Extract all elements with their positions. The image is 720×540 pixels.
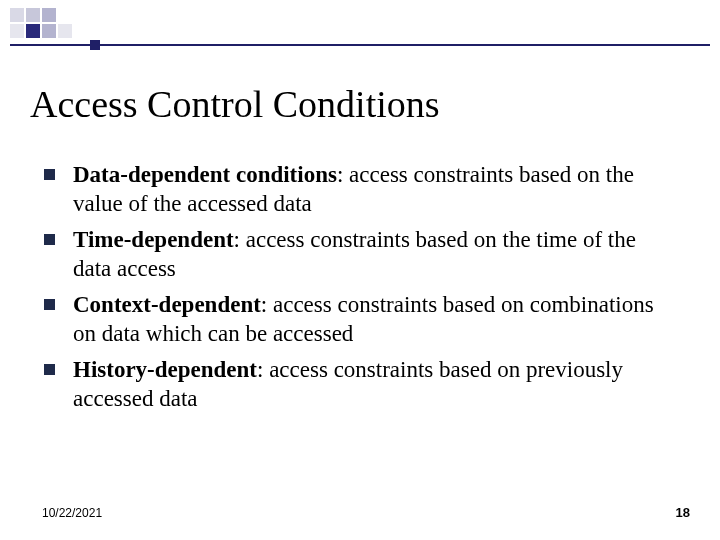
slide-title: Access Control Conditions [30,82,440,126]
list-item: History-dependent: access constraints ba… [40,355,680,414]
footer-page-number: 18 [676,505,690,520]
list-item-text: Time-dependent: access constraints based… [73,225,680,284]
list-item: Context-dependent: access constraints ba… [40,290,680,349]
square-bullet-icon [44,169,55,180]
footer-date: 10/22/2021 [42,506,102,520]
square-bullet-icon [44,299,55,310]
list-item: Time-dependent: access constraints based… [40,225,680,284]
list-item-text: Context-dependent: access constraints ba… [73,290,680,349]
list-item: Data-dependent conditions: access constr… [40,160,680,219]
square-bullet-icon [44,234,55,245]
header-decoration [0,0,720,60]
list-item-text: Data-dependent conditions: access constr… [73,160,680,219]
square-bullet-icon [44,364,55,375]
bullet-list: Data-dependent conditions: access constr… [40,160,680,420]
list-item-text: History-dependent: access constraints ba… [73,355,680,414]
